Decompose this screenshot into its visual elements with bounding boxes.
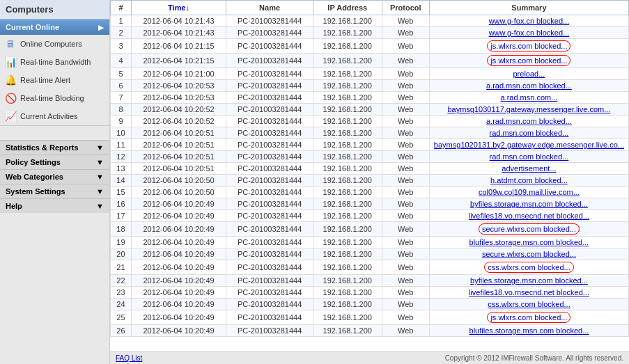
table-row: 52012-06-04 10:21:00PC-201003281444192.1… (111, 68, 629, 80)
cell-protocol: Web (382, 299, 429, 310)
monitor-icon: 🖥 (4, 38, 17, 50)
cell-name: PC-201003281444 (226, 80, 313, 92)
cell-num: 22 (111, 275, 132, 287)
table-row: 142012-06-04 10:20:50PC-201003281444192.… (111, 175, 629, 187)
cell-summary[interactable]: a.rad.msn.com... (429, 92, 628, 104)
col-num[interactable]: # (111, 1, 132, 15)
table-container[interactable]: # Time↓ Name IP Address Protocol Summary… (110, 0, 629, 351)
cell-summary[interactable]: baymsg1020131.by2.gateway.edge.messenger… (429, 139, 628, 151)
cell-summary[interactable]: byfiles.storage.msn.com blocked... (429, 198, 628, 210)
cell-protocol: Web (382, 104, 429, 116)
cell-summary[interactable]: js.wlxrs.com blocked... (429, 39, 628, 54)
cell-name: PC-201003281444 (226, 310, 313, 325)
cell-summary[interactable]: www.g-fox.cn blocked... (429, 15, 628, 27)
cell-summary[interactable]: a.rad.msn.com blocked... (429, 80, 628, 92)
computers-label: Computers (0, 0, 109, 19)
sidebar-item-realtime-alert[interactable]: 🔔 Real-time Alert (0, 71, 109, 89)
table-row: 72012-06-04 10:20:53PC-201003281444192.1… (111, 92, 629, 104)
cell-summary[interactable]: livefiles18.vo.msecnd.net blocked... (429, 210, 628, 222)
cell-name: PC-201003281444 (226, 260, 313, 275)
cell-summary[interactable]: advertisement... (429, 163, 628, 175)
col-time[interactable]: Time↓ (131, 1, 226, 15)
cell-num: 17 (111, 210, 132, 222)
policy-settings-section[interactable]: Policy Settings ▼ (0, 155, 109, 169)
cell-summary[interactable]: byfiles.storage.msn.com blocked... (429, 275, 628, 287)
cell-name: PC-201003281444 (226, 299, 313, 310)
cell-summary[interactable]: a.rad.msn.com blocked... (429, 116, 628, 127)
cell-time: 2012-06-04 10:20:53 (131, 92, 226, 104)
cell-num: 9 (111, 116, 132, 127)
cell-summary[interactable]: css.wlxrs.com blocked... (429, 260, 628, 275)
cell-ip: 192.168.1.200 (313, 187, 382, 198)
cell-time: 2012-06-04 10:20:51 (131, 163, 226, 175)
sidebar-item-label: Real-time Alert (20, 76, 70, 84)
cell-num: 10 (111, 127, 132, 139)
cell-summary[interactable]: livefiles18.vo.msecnd.net blocked... (429, 287, 628, 299)
circled-summary: js.wlxrs.com blocked... (487, 312, 570, 323)
cell-ip: 192.168.1.200 (313, 127, 382, 139)
statistics-reports-section[interactable]: Statistics & Reports ▼ (0, 140, 109, 155)
cell-time: 2012-06-04 10:21:43 (131, 27, 226, 39)
policy-arrow: ▼ (96, 158, 104, 166)
cell-num: 12 (111, 151, 132, 163)
cell-summary[interactable]: rad.msn.com blocked... (429, 127, 628, 139)
cell-summary[interactable]: baymsg1030117.gateway.messenger.live.com… (429, 104, 628, 116)
cell-summary[interactable]: preload... (429, 68, 628, 80)
cell-summary[interactable]: js.wlxrs.com blocked... (429, 54, 628, 68)
table-row: 202012-06-04 10:20:49PC-201003281444192.… (111, 248, 629, 260)
cell-name: PC-201003281444 (226, 92, 313, 104)
cell-name: PC-201003281444 (226, 139, 313, 151)
cell-ip: 192.168.1.200 (313, 15, 382, 27)
system-settings-section[interactable]: System Settings ▼ (0, 184, 109, 198)
faq-link[interactable]: FAQ List (116, 354, 142, 362)
cell-protocol: Web (382, 15, 429, 27)
cell-summary[interactable]: secure.wlxrs.com blocked... (429, 248, 628, 260)
cell-num: 24 (111, 299, 132, 310)
cell-ip: 192.168.1.200 (313, 68, 382, 80)
cell-summary[interactable]: js.wlxrs.com blocked... (429, 310, 628, 325)
table-row: 172012-06-04 10:20:49PC-201003281444192.… (111, 210, 629, 222)
cell-summary[interactable]: col09w.col109.mail.live.com... (429, 187, 628, 198)
cell-summary[interactable]: blufiles.storage.msn.com blocked... (429, 325, 628, 337)
col-name[interactable]: Name (226, 1, 313, 15)
cell-summary[interactable]: rad.msn.com blocked... (429, 151, 628, 163)
col-protocol[interactable]: Protocol (382, 1, 429, 15)
cell-num: 18 (111, 222, 132, 237)
cell-time: 2012-06-04 10:20:51 (131, 127, 226, 139)
cell-summary[interactable]: secure.wlxrs.com blocked... (429, 222, 628, 237)
cell-name: PC-201003281444 (226, 287, 313, 299)
table-row: 232012-06-04 10:20:49PC-201003281444192.… (111, 287, 629, 299)
web-categories-section[interactable]: Web Categories ▼ (0, 169, 109, 184)
table-row: 12012-06-04 10:21:43PC-201003281444192.1… (111, 15, 629, 27)
current-online-header[interactable]: Current Online ▶ (0, 19, 109, 35)
table-row: 212012-06-04 10:20:49PC-201003281444192.… (111, 260, 629, 275)
copyright-text: Copyright © 2012 IMFirewall Software. Al… (445, 354, 623, 362)
help-section[interactable]: Help ▼ (0, 198, 109, 213)
sidebar-item-realtime-bandwidth[interactable]: 📊 Real-time Bandwidth (0, 53, 109, 71)
cell-protocol: Web (382, 92, 429, 104)
sidebar-item-online-computers[interactable]: 🖥 Online Computers (0, 35, 109, 53)
cell-num: 2 (111, 27, 132, 39)
cell-summary[interactable]: css.wlxrs.com blocked... (429, 299, 628, 310)
cell-summary[interactable]: h.atdmt.com blocked... (429, 175, 628, 187)
cell-name: PC-201003281444 (226, 248, 313, 260)
table-row: 182012-06-04 10:20:49PC-201003281444192.… (111, 222, 629, 237)
cell-num: 19 (111, 237, 132, 248)
table-row: 192012-06-04 10:20:49PC-201003281444192.… (111, 237, 629, 248)
table-row: 132012-06-04 10:20:51PC-201003281444192.… (111, 163, 629, 175)
table-row: 152012-06-04 10:20:50PC-201003281444192.… (111, 187, 629, 198)
cell-name: PC-201003281444 (226, 210, 313, 222)
cell-time: 2012-06-04 10:20:53 (131, 80, 226, 92)
cell-summary[interactable]: www.g-fox.cn blocked... (429, 27, 628, 39)
sidebar-item-realtime-blocking[interactable]: 🚫 Real-time Blocking (0, 89, 109, 107)
col-ip[interactable]: IP Address (313, 1, 382, 15)
cell-num: 23 (111, 287, 132, 299)
cell-name: PC-201003281444 (226, 54, 313, 68)
cell-time: 2012-06-04 10:20:50 (131, 187, 226, 198)
cell-num: 16 (111, 198, 132, 210)
sidebar-item-label: Real-time Blocking (20, 94, 84, 102)
col-summary[interactable]: Summary (429, 1, 628, 15)
sidebar-item-current-activities[interactable]: 📈 Current Activities (0, 107, 109, 125)
cell-protocol: Web (382, 275, 429, 287)
cell-summary[interactable]: blufiles.storage.msn.com blocked... (429, 237, 628, 248)
